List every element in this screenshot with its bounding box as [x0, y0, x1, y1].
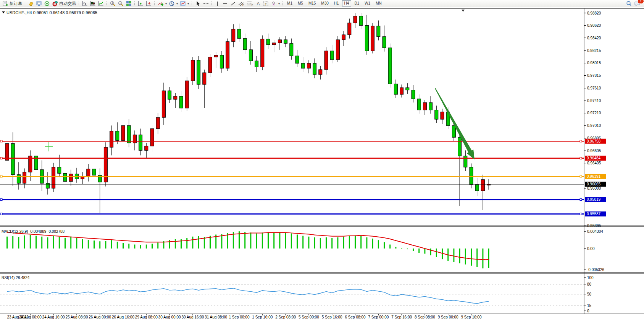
- cursor-button[interactable]: [194, 0, 202, 6]
- timeframe-H4[interactable]: H4: [342, 0, 352, 6]
- zoom-out-button[interactable]: [117, 0, 125, 6]
- candle-body: [458, 137, 462, 156]
- rsi-axis-label: 100: [587, 276, 594, 280]
- time-axis-label: 7 Sep 16:00: [391, 315, 412, 319]
- candle-body: [301, 63, 305, 68]
- time-axis-label: 24 Aug 00:00: [19, 315, 42, 319]
- time-axis[interactable]: 23 Aug 202224 Aug 00:0024 Aug 16:0025 Au…: [7, 314, 482, 319]
- tile-windows-button[interactable]: [125, 0, 133, 6]
- candle-body: [464, 156, 467, 167]
- macd-histogram-bar: [476, 249, 478, 267]
- signals-button[interactable]: [43, 0, 51, 6]
- candle-body: [145, 146, 148, 150]
- macd-axis-label: 0.004304: [587, 229, 603, 234]
- bar-chart-button[interactable]: [81, 0, 89, 6]
- price-axis-label: 0.96000: [587, 186, 601, 190]
- candle-body: [156, 117, 160, 128]
- macd-histogram-bar: [302, 236, 303, 249]
- price-axis-label: 0.98015: [587, 61, 601, 65]
- macd-histogram-bar: [320, 238, 321, 249]
- auto-scroll-button[interactable]: [137, 0, 145, 6]
- macd-histogram-bar: [488, 249, 489, 268]
- timeframe-M1[interactable]: M1: [285, 0, 295, 6]
- candle-body: [69, 174, 73, 182]
- macd-histogram-bar: [482, 249, 483, 268]
- macd-histogram-bar: [152, 244, 153, 249]
- timeframe-H1[interactable]: H1: [332, 0, 341, 6]
- timeframe-M5[interactable]: M5: [295, 0, 305, 6]
- metaeditor-button[interactable]: [27, 0, 35, 6]
- autotrading-button[interactable]: 自动交易: [51, 0, 77, 6]
- macd-histogram-bar: [221, 234, 222, 249]
- timeframe-D1[interactable]: D1: [352, 0, 362, 6]
- timeframe-MN[interactable]: MN: [373, 0, 384, 6]
- macd-histogram-bar: [111, 240, 112, 249]
- candle-body: [110, 131, 113, 147]
- templates-button[interactable]: ▾: [179, 0, 190, 6]
- search-button[interactable]: [625, 0, 633, 6]
- rsi-axis-label: 0: [587, 309, 589, 313]
- equidistant-channel-button[interactable]: E: [237, 0, 246, 6]
- trendline-button[interactable]: [229, 0, 237, 6]
- macd-histogram-bar: [192, 237, 193, 249]
- candlestick-chart-button[interactable]: [89, 0, 97, 6]
- candle-body: [243, 39, 247, 50]
- candle-body: [394, 84, 397, 94]
- candle-body: [162, 91, 165, 117]
- candle-body: [284, 40, 287, 44]
- chart-area[interactable]: USDCHF-,H4 0.96051 0.96148 0.95979 0.960…: [0, 7, 644, 320]
- macd-histogram-bar: [175, 239, 176, 249]
- hline-handle[interactable]: [0, 140, 2, 142]
- candle-body: [475, 185, 479, 191]
- candle-body: [319, 70, 322, 75]
- hline-handle[interactable]: [0, 213, 2, 215]
- vertical-line-button[interactable]: [214, 0, 221, 6]
- price-axis-label: 0.97010: [587, 123, 601, 128]
- candle-body: [330, 51, 334, 60]
- text-label-button[interactable]: T: [262, 0, 270, 6]
- timeframe-W1[interactable]: W1: [362, 0, 373, 6]
- hline-handle[interactable]: [0, 157, 2, 159]
- hline-handle[interactable]: [580, 175, 582, 177]
- chat-button[interactable]: 1: [633, 0, 642, 6]
- timeframe-M15[interactable]: M15: [306, 0, 318, 6]
- time-axis-label: 30 Aug 16:00: [181, 315, 204, 319]
- macd-histogram-bar: [134, 245, 135, 249]
- hline-handle[interactable]: [580, 213, 582, 215]
- candle-body: [429, 102, 433, 110]
- line-chart-button[interactable]: [97, 0, 105, 6]
- market-watch-button[interactable]: [35, 0, 43, 6]
- hline-handle[interactable]: [580, 157, 582, 159]
- indicators-button[interactable]: ▾: [157, 0, 168, 6]
- price-axis-label: 0.98420: [587, 36, 601, 40]
- new-order-button[interactable]: 新订单: [1, 0, 23, 6]
- macd-histogram-bar: [360, 236, 362, 249]
- macd-histogram-bar: [117, 242, 118, 249]
- crosshair-button[interactable]: [202, 0, 210, 6]
- macd-histogram-bar: [198, 236, 199, 249]
- candle-body: [226, 42, 229, 68]
- macd-histogram-bar: [24, 236, 25, 249]
- horizontal-line-button[interactable]: [221, 0, 229, 6]
- time-axis-label: 5 Sep 16:00: [322, 315, 342, 319]
- toolbar-right-tools: 1: [625, 0, 644, 6]
- hline-handle[interactable]: [580, 198, 582, 200]
- candle-body: [203, 73, 206, 84]
- macd-histogram-bar: [88, 240, 89, 249]
- macd-histogram-bar: [256, 233, 257, 249]
- hline-handle[interactable]: [580, 140, 582, 142]
- hline-handle[interactable]: [0, 198, 2, 200]
- zoom-in-button[interactable]: [109, 0, 117, 6]
- shapes-button[interactable]: ▾: [270, 0, 281, 6]
- text-button[interactable]: A: [255, 0, 262, 6]
- fibonacci-button[interactable]: F: [246, 0, 255, 6]
- macd-histogram-bar: [140, 245, 141, 249]
- macd-histogram-bar: [244, 232, 245, 249]
- candle-body: [261, 39, 264, 67]
- hline-handle[interactable]: [0, 175, 2, 177]
- chart-shift-button[interactable]: [145, 0, 153, 6]
- periods-button[interactable]: ▾: [168, 0, 179, 6]
- timeframe-M30[interactable]: M30: [319, 0, 331, 6]
- macd-histogram-bar: [279, 232, 280, 249]
- macd-histogram-bar: [262, 232, 263, 249]
